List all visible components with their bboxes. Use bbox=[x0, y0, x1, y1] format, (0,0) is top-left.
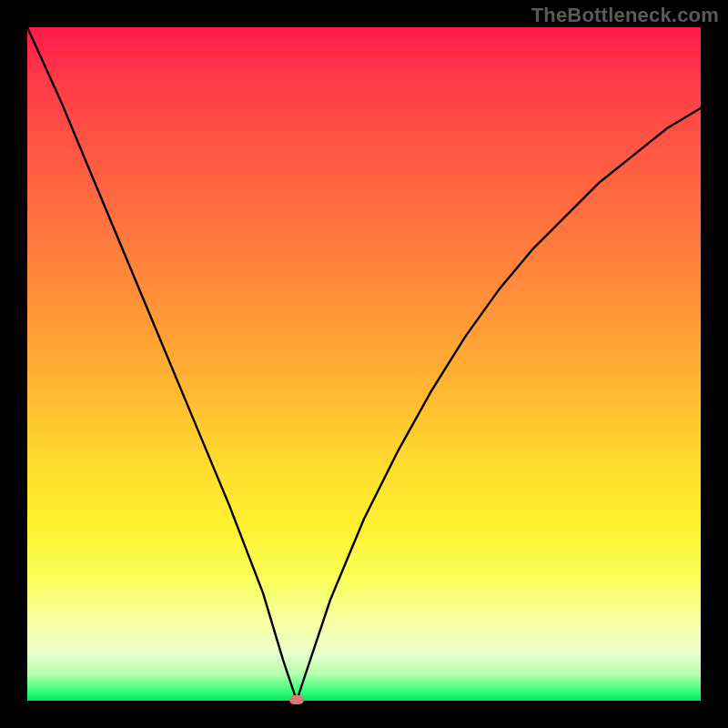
curve-path bbox=[27, 27, 701, 701]
plot-area bbox=[27, 27, 701, 701]
minimum-marker bbox=[289, 695, 304, 704]
bottleneck-curve bbox=[27, 27, 701, 701]
watermark-text: TheBottleneck.com bbox=[531, 4, 719, 27]
chart-frame: TheBottleneck.com bbox=[0, 0, 728, 728]
